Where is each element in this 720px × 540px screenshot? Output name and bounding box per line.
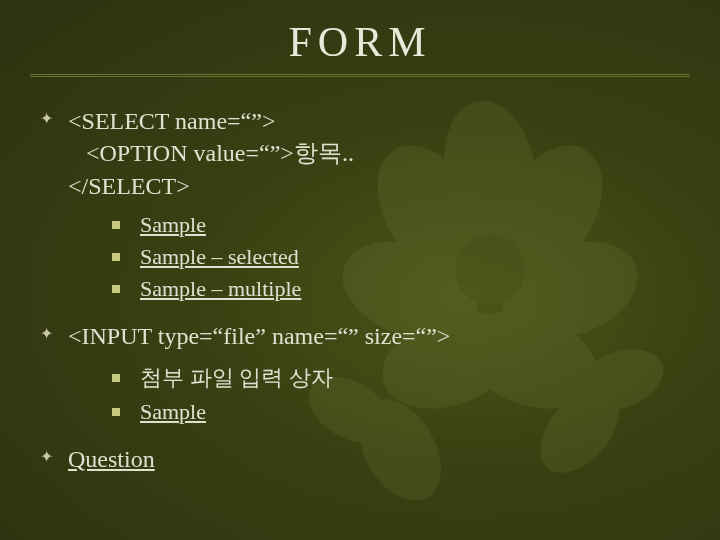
square-bullet-icon [112, 253, 120, 261]
square-bullet-icon [112, 408, 120, 416]
input-code-text: <INPUT type=“file” name=“” size=“”> [68, 320, 450, 352]
question-link[interactable]: Question [68, 446, 155, 472]
square-bullet-icon [112, 221, 120, 229]
attach-file-label: 첨부 파일 입력 상자 [140, 363, 333, 393]
sub-item: 첨부 파일 입력 상자 [112, 363, 680, 393]
bullet-item-select: ✦ <SELECT name=“”> <OPTION value=“”>항목..… [40, 105, 680, 202]
select-sub-list: Sample Sample – selected Sample – multip… [40, 212, 680, 302]
select-code-text: <SELECT name=“”> <OPTION value=“”>항목.. <… [68, 105, 354, 202]
sub-item: Sample – multiple [112, 276, 680, 302]
sub-item: Sample [112, 212, 680, 238]
bullet-item-question: ✦ Question [40, 443, 680, 475]
square-bullet-icon [112, 374, 120, 382]
slide-content: ✦ <SELECT name=“”> <OPTION value=“”>항목..… [0, 77, 720, 475]
sub-item: Sample [112, 399, 680, 425]
input-sub-list: 첨부 파일 입력 상자 Sample [40, 363, 680, 425]
square-bullet-icon [112, 285, 120, 293]
bullet-item-input: ✦ <INPUT type=“file” name=“” size=“”> [40, 320, 680, 352]
sample-file-link[interactable]: Sample [140, 399, 206, 425]
star-bullet-icon: ✦ [40, 443, 68, 466]
sample-multiple-link[interactable]: Sample – multiple [140, 276, 301, 302]
sample-selected-link[interactable]: Sample – selected [140, 244, 299, 270]
star-bullet-icon: ✦ [40, 105, 68, 128]
sample-link[interactable]: Sample [140, 212, 206, 238]
star-bullet-icon: ✦ [40, 320, 68, 343]
slide-title: FORM [0, 0, 720, 74]
sub-item: Sample – selected [112, 244, 680, 270]
